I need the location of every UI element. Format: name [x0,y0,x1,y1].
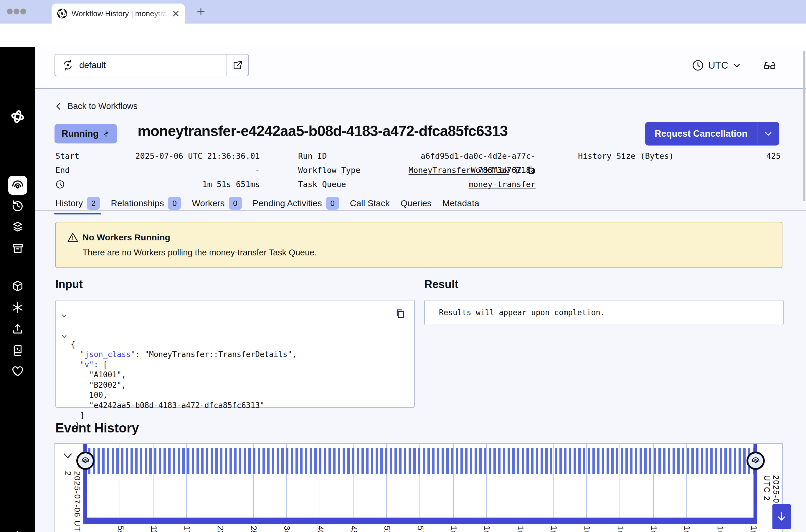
input-json-viewer: { "json_class": "MoneyTransfer::Transfer… [55,300,415,408]
sidebar-item-docs[interactable] [11,343,24,357]
tab-label: Relationships [111,198,164,208]
duration-clock-icon [55,180,65,189]
breadcrumb[interactable]: Back to Workflows [55,101,138,111]
sidebar-item-namespaces[interactable] [11,280,24,293]
tab-count-badge: 0 [326,197,339,210]
tab-close-icon[interactable] [172,10,180,17]
timeline-tick-labels: 5s11s17s22s28s34s40s45s51s57s1m1m1m1m1m1… [87,526,753,532]
meta-start-value: 2025-07-06 UTC 21:36:36.01 [118,149,260,163]
sidebar-item-deployments[interactable] [11,220,24,234]
timeline-expand-chevron-icon[interactable] [62,450,74,462]
meta-end-value: - [118,163,260,177]
clock-icon [692,59,704,72]
meta-history-size-value: 425 [692,149,781,163]
tab-workers[interactable]: Workers 0 [192,197,242,210]
timeline-workflow-task-stripes[interactable] [88,448,754,474]
event-history-timeline: 2025-07-06 UTC 2 2025-07-06 UTC 2 5s11s1… [55,443,783,532]
theme-toggle-sun-icon[interactable] [11,530,24,532]
input-heading: Input [55,278,83,291]
result-message: Results will appear upon completion. [439,308,605,317]
workflow-started-event-marker[interactable] [76,452,95,470]
namespace-icon [62,59,74,71]
workflow-tabs: History 2 Relationships 0 Workers 0 Pend… [55,195,479,211]
tab-relationships[interactable]: Relationships 0 [111,197,181,210]
result-heading: Result [424,278,458,291]
namespace-name: default [79,60,106,70]
tab-count-badge: 0 [168,197,181,210]
status-label: Running [62,129,99,139]
copy-icon[interactable] [526,166,536,175]
workflow-type-link[interactable]: MoneyTransferWorkflow [408,163,509,177]
sidebar-item-schedules[interactable] [11,199,24,212]
labs-glasses-icon[interactable] [762,58,777,73]
copy-icon[interactable] [395,308,406,319]
new-tab-button[interactable] [195,6,207,18]
meta-history-size-label: History Size (Bytes) [578,149,674,163]
tab-queries[interactable]: Queries [401,198,431,208]
no-workers-warning-banner: No Workers Running There are no Workers … [55,222,783,268]
page-scrollbar[interactable] [803,51,805,201]
app-sidebar: 2.34.0 [0,47,35,532]
chevron-left-icon [55,102,63,111]
meta-task-queue-label: Task Queue [298,177,346,191]
heartbeat-icon [102,130,110,137]
warning-title: No Workers Running [82,232,170,243]
namespace-external-link-button[interactable] [227,55,248,76]
window-zoom-button[interactable] [20,8,26,15]
filter-funnel-icon[interactable] [513,166,522,175]
browser-tab[interactable]: Workflow History | moneytran [52,3,185,23]
temporal-logo-icon[interactable] [10,109,25,124]
cancel-menu-chevron-icon[interactable] [757,122,779,146]
tab-count-badge: 0 [229,197,242,210]
tab-label: Call Stack [350,198,390,208]
screen: Workflow History | moneytran localhost:8… [0,0,806,532]
sidebar-item-batch-operations[interactable] [11,242,24,255]
meta-start-label: Start [55,149,79,163]
window-minimize-button[interactable] [14,8,19,15]
request-cancellation-label: Request Cancellation [645,129,757,139]
tabs-divider [35,210,806,211]
tab-label: Workers [192,198,225,208]
workflow-task-event-marker[interactable] [747,452,765,470]
status-badge[interactable]: Running [55,124,117,144]
result-panel: Results will appear upon completion. [424,300,784,325]
tab-call-stack[interactable]: Call Stack [350,198,390,208]
request-cancellation-button[interactable]: Request Cancellation [645,122,779,146]
namespace-select[interactable]: default [55,54,249,76]
warning-message: There are no Workers polling the money-t… [82,248,317,258]
back-to-workflows-link[interactable]: Back to Workflows [68,101,138,111]
warning-triangle-icon [67,232,78,243]
window-close-button[interactable] [7,8,13,15]
task-queue-link[interactable]: money-transfer [365,177,536,191]
tab-label: Metadata [442,198,479,208]
sidebar-item-feedback[interactable] [11,364,24,378]
browser-toolbar: localhost:8080/namespaces/default/workfl… [0,23,806,47]
timezone-label: UTC [708,60,728,71]
timezone-select[interactable]: UTC [692,58,741,73]
sidebar-item-nexus[interactable] [11,301,24,314]
page-title: moneytransfer-e4242aa5-b08d-4183-a472-df… [138,122,507,140]
temporal-favicon-icon [57,8,68,19]
tab-label: History [55,198,83,208]
meta-run-id-label: Run ID [298,149,327,163]
scroll-to-bottom-button[interactable] [772,504,791,529]
tab-label: Queries [401,198,431,208]
tab-label: Pending Activities [253,198,322,208]
app-header: default UTC [35,47,806,89]
event-history-heading: Event History [55,421,139,435]
tab-metadata[interactable]: Metadata [442,198,479,208]
chevron-down-icon [732,61,741,70]
meta-end-label: End [55,163,70,177]
browser-tab-strip: Workflow History | moneytran [0,0,806,23]
input-json-code: { "json_class": "MoneyTransfer::Transfer… [71,309,296,431]
collapse-chevron-icon[interactable] [61,333,68,340]
tab-pending-activities[interactable]: Pending Activities 0 [253,197,339,210]
tab-title: Workflow History | moneytran [72,9,168,18]
sidebar-item-workflows[interactable] [8,176,27,195]
meta-duration-value: 1m 51s 651ms [118,177,260,191]
tab-history[interactable]: History 2 [55,197,100,210]
collapse-chevron-icon[interactable] [61,312,68,319]
timeline-axis-bar [83,517,757,524]
sidebar-item-import[interactable] [11,322,24,336]
namespace-select-main[interactable]: default [55,55,227,76]
